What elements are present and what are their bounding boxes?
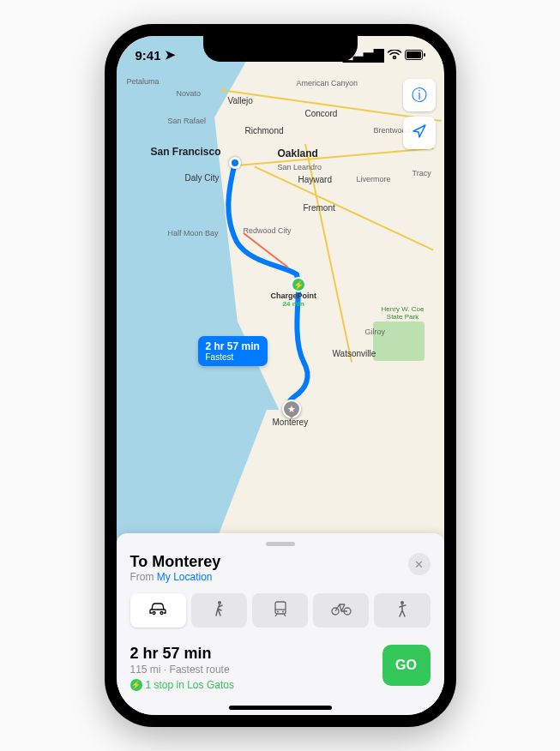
- route-duration: 2 hr 57 min: [130, 645, 234, 663]
- route-detail: 115 mi · Fastest route: [130, 664, 234, 676]
- route-stop-info: ⚡ 1 stop in Los Gatos: [130, 679, 234, 691]
- sheet-grabber[interactable]: [266, 542, 295, 546]
- mode-rideshare[interactable]: [374, 593, 430, 628]
- location-arrow-icon: [412, 123, 427, 142]
- transport-mode-selector: [130, 593, 431, 628]
- car-icon: [148, 602, 167, 619]
- mode-driving[interactable]: [130, 593, 186, 628]
- charging-stop-name: ChargePoint: [271, 291, 317, 300]
- walk-icon: [213, 600, 225, 621]
- svg-point-7: [282, 611, 284, 613]
- charging-bolt-icon: ⚡: [130, 679, 142, 691]
- info-button[interactable]: ⓘ: [403, 79, 436, 111]
- route-destination-pin[interactable]: ★: [282, 400, 301, 418]
- mode-transit[interactable]: [252, 593, 308, 628]
- wifi-icon: [388, 48, 401, 63]
- map-top-controls: ⓘ: [403, 79, 436, 149]
- info-icon: ⓘ: [412, 85, 427, 105]
- phone-screen: 9:41 ➤ ▁▃▅▇ Peta: [117, 36, 444, 715]
- rideshare-icon: [396, 600, 408, 621]
- battery-icon: [405, 48, 425, 63]
- svg-rect-4: [275, 602, 286, 614]
- home-indicator[interactable]: [229, 706, 332, 710]
- charging-stop-pin[interactable]: ⚡: [291, 277, 306, 292]
- location-services-icon: ➤: [165, 47, 176, 63]
- route-callout-label: Fastest: [206, 352, 260, 362]
- svg-rect-2: [424, 53, 425, 57]
- destination-title: To Monterey: [130, 553, 221, 571]
- transit-icon: [274, 601, 287, 620]
- origin-subtitle[interactable]: From My Location: [130, 571, 221, 583]
- notch: [203, 36, 358, 62]
- phone-frame: 9:41 ➤ ▁▃▅▇ Peta: [105, 24, 456, 727]
- route-callout[interactable]: 2 hr 57 min Fastest: [198, 336, 268, 366]
- bike-icon: [331, 602, 352, 619]
- go-button[interactable]: GO: [382, 645, 431, 686]
- svg-point-6: [277, 611, 279, 613]
- svg-rect-1: [406, 51, 421, 58]
- close-button[interactable]: ✕: [408, 553, 431, 575]
- route-callout-time: 2 hr 57 min: [206, 340, 260, 352]
- mode-walking[interactable]: [191, 593, 247, 628]
- route-start-pin[interactable]: [229, 157, 241, 169]
- status-time: 9:41: [135, 48, 161, 63]
- locate-me-button[interactable]: [403, 117, 436, 149]
- route-option-row[interactable]: 2 hr 57 min 115 mi · Fastest route ⚡ 1 s…: [130, 645, 431, 691]
- mode-cycling[interactable]: [313, 593, 369, 628]
- close-icon: ✕: [414, 558, 424, 571]
- directions-sheet[interactable]: To Monterey From My Location ✕ 2 hr 57 m…: [117, 533, 444, 715]
- charging-stop-time: 24 min: [271, 300, 317, 308]
